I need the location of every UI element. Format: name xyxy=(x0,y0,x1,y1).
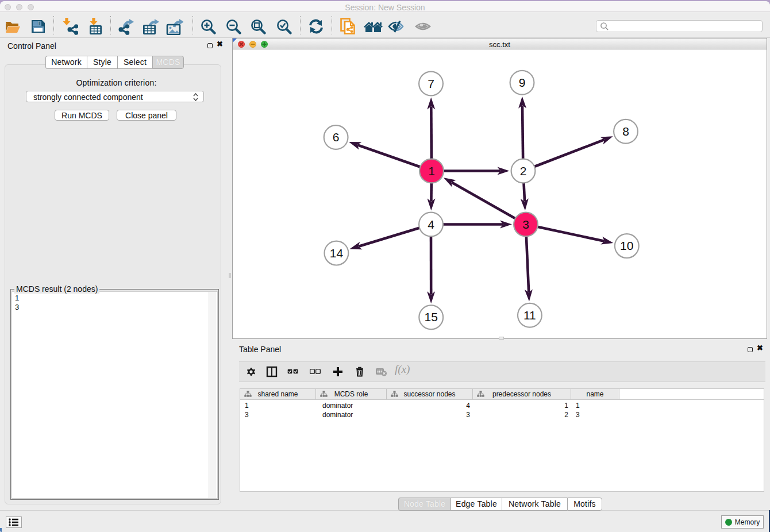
svg-text:2: 2 xyxy=(520,164,527,178)
svg-text:11: 11 xyxy=(523,309,536,322)
svg-text:9: 9 xyxy=(519,76,526,89)
svg-text:3: 3 xyxy=(522,218,529,231)
svg-text:15: 15 xyxy=(425,310,438,323)
svg-text:10: 10 xyxy=(620,239,633,252)
svg-text:8: 8 xyxy=(622,125,629,138)
svg-text:7: 7 xyxy=(428,77,434,90)
svg-text:1: 1 xyxy=(428,164,435,178)
svg-text:4: 4 xyxy=(428,218,434,231)
svg-text:14: 14 xyxy=(330,246,344,260)
svg-text:6: 6 xyxy=(333,130,340,144)
